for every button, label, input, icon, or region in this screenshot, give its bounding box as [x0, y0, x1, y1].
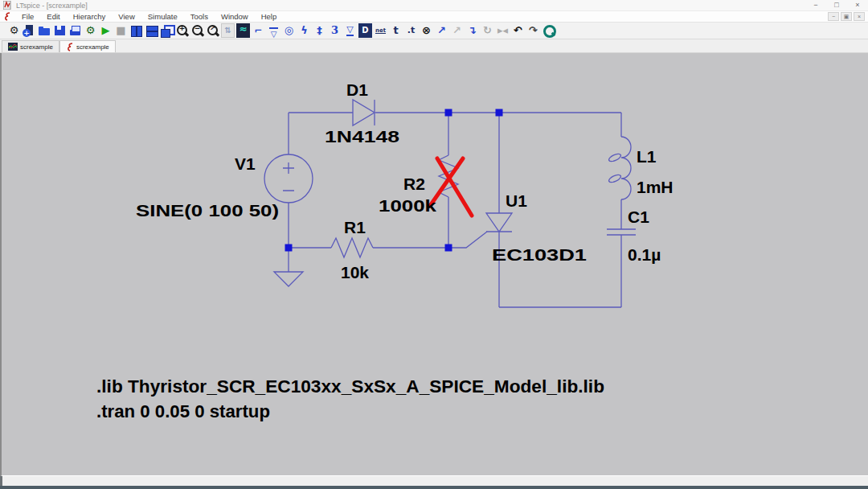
- schematic-tab-icon: [66, 43, 74, 51]
- inductor-l1-symbol[interactable]: [608, 137, 631, 199]
- zoom-full-extents-icon[interactable]: ↗: [206, 23, 219, 38]
- diode-icon[interactable]: ▽: [343, 23, 357, 38]
- pan-icon[interactable]: ⇅: [221, 23, 235, 38]
- close-button[interactable]: ×: [847, 0, 868, 10]
- component-icon[interactable]: D: [358, 23, 372, 38]
- move-icon[interactable]: ↗: [450, 23, 464, 38]
- resistor-icon[interactable]: ϟ: [297, 23, 311, 38]
- label-v1-value[interactable]: SINE(0 100 50): [136, 201, 279, 220]
- zoom-out-icon[interactable]: −: [190, 23, 204, 38]
- menu-file[interactable]: File: [15, 11, 40, 22]
- tile-vertical-icon[interactable]: [129, 23, 143, 38]
- tab-bar: screxample screxample: [0, 39, 868, 53]
- capacitor-c1-symbol[interactable]: [607, 229, 636, 235]
- print-icon[interactable]: [68, 23, 82, 38]
- tab-label: screxample: [20, 43, 53, 51]
- resistor-r1-symbol[interactable]: [331, 238, 373, 257]
- cascade-windows-icon[interactable]: [160, 23, 174, 38]
- tab-label: screxample: [76, 43, 109, 51]
- label-u1-ref[interactable]: U1: [506, 191, 527, 210]
- schematic-system-icon[interactable]: [3, 12, 12, 21]
- ltspice-app-icon: [3, 1, 12, 10]
- label-r2-ref[interactable]: R2: [403, 175, 425, 193]
- diode-d1-symbol[interactable]: [353, 100, 375, 125]
- scr-u1-symbol[interactable]: [486, 213, 512, 232]
- title-bar: LTspice - [screxample] − □ ×: [0, 0, 868, 11]
- ltspice-window: LTspice - [screxample] − □ × FileEditHie…: [0, 0, 868, 489]
- minimize-button[interactable]: −: [805, 0, 826, 10]
- wire-icon[interactable]: ⌐: [252, 23, 265, 38]
- text-icon[interactable]: t: [389, 23, 403, 38]
- tile-horizontal-icon[interactable]: [145, 23, 158, 38]
- inductor-icon[interactable]: 3: [328, 23, 342, 38]
- spice-directive-tran[interactable]: .tran 0 0.05 0 startup: [96, 401, 270, 421]
- label-v1-ref[interactable]: V1: [235, 154, 256, 173]
- menu-window[interactable]: Window: [215, 11, 255, 22]
- mdi-minimize-button[interactable]: −: [828, 12, 839, 21]
- label-d1-ref[interactable]: D1: [346, 80, 368, 99]
- new-schematic-icon[interactable]: [23, 23, 36, 38]
- status-bar: [0, 475, 868, 486]
- maximize-button[interactable]: □: [826, 0, 847, 10]
- halt-icon[interactable]: ■: [114, 23, 128, 38]
- menu-edit[interactable]: Edit: [40, 11, 66, 22]
- mirror-icon[interactable]: ▸◂: [496, 23, 510, 38]
- menu-bar: FileEditHierarchyViewSimulateToolsWindow…: [0, 11, 868, 23]
- menu-tools[interactable]: Tools: [184, 11, 215, 22]
- copy-icon[interactable]: ↗: [435, 23, 448, 38]
- control-panel-icon[interactable]: ⚙: [7, 23, 21, 38]
- ground-symbol[interactable]: [274, 272, 303, 286]
- voltage-source-v1-symbol[interactable]: [264, 154, 313, 203]
- ground-icon[interactable]: ▽: [267, 23, 280, 38]
- undo-icon[interactable]: ↶: [511, 23, 525, 38]
- settings-gear-icon[interactable]: ⚙: [84, 23, 97, 38]
- netlist-icon[interactable]: net: [374, 23, 387, 38]
- menu-help[interactable]: Help: [255, 11, 284, 22]
- label-u1-value[interactable]: EC103D1: [492, 245, 587, 264]
- tab-schematic[interactable]: screxample: [59, 40, 116, 52]
- label-l1-value[interactable]: 1mH: [637, 178, 674, 196]
- menu-hierarchy[interactable]: Hierarchy: [67, 11, 113, 22]
- bottom-edge: [0, 486, 868, 489]
- tab-waveform[interactable]: screxample: [2, 40, 59, 52]
- spice-directive-icon[interactable]: .t: [404, 23, 418, 38]
- window-title: LTspice - [screxample]: [16, 2, 88, 10]
- capacitor-icon[interactable]: ‡: [313, 23, 326, 38]
- mdi-close-button[interactable]: ×: [854, 12, 865, 21]
- waveform-viewer-icon[interactable]: ≈: [236, 23, 250, 38]
- save-icon[interactable]: [53, 23, 67, 38]
- net-label-icon[interactable]: ◎: [282, 23, 296, 38]
- delete-icon[interactable]: ⊗: [420, 23, 433, 38]
- waveform-tab-icon: [8, 43, 18, 51]
- label-r1-value[interactable]: 10k: [341, 263, 369, 281]
- label-d1-value[interactable]: 1N4148: [325, 127, 399, 146]
- label-c1-ref[interactable]: C1: [628, 208, 649, 226]
- label-r2-value[interactable]: 1000k: [379, 196, 436, 215]
- zoom-in-icon[interactable]: +: [175, 23, 189, 38]
- schematic-drawing: V1 SINE(0 100 50) D1 1N4148 R1 10k R2 10…: [2, 53, 868, 475]
- mdi-restore-button[interactable]: ▣: [841, 12, 852, 21]
- open-file-icon[interactable]: [38, 23, 51, 38]
- menu-view[interactable]: View: [112, 11, 141, 22]
- toolbar: ⚙⚙▶■+−↗⇅≈⌐▽◎ϟ‡3▽Dnett.t⊗↗↗↴↻▸◂↶↷: [0, 23, 868, 39]
- rotate-icon[interactable]: ↻: [481, 23, 494, 38]
- paste-icon[interactable]: ↴: [465, 23, 479, 38]
- label-c1-value[interactable]: 0.1µ: [628, 245, 661, 264]
- search-icon[interactable]: [542, 23, 555, 38]
- label-l1-ref[interactable]: L1: [637, 147, 657, 166]
- menu-bar-items: FileEditHierarchyViewSimulateToolsWindow…: [15, 11, 283, 22]
- menu-simulate[interactable]: Simulate: [141, 11, 184, 22]
- label-r1-ref[interactable]: R1: [344, 218, 366, 236]
- run-icon[interactable]: ▶: [99, 23, 113, 38]
- redo-icon[interactable]: ↷: [526, 23, 540, 38]
- schematic-canvas[interactable]: V1 SINE(0 100 50) D1 1N4148 R1 10k R2 10…: [0, 53, 868, 475]
- spice-directive-lib[interactable]: .lib Thyristor_SCR_EC103xx_SxSx_A_SPICE_…: [96, 376, 604, 397]
